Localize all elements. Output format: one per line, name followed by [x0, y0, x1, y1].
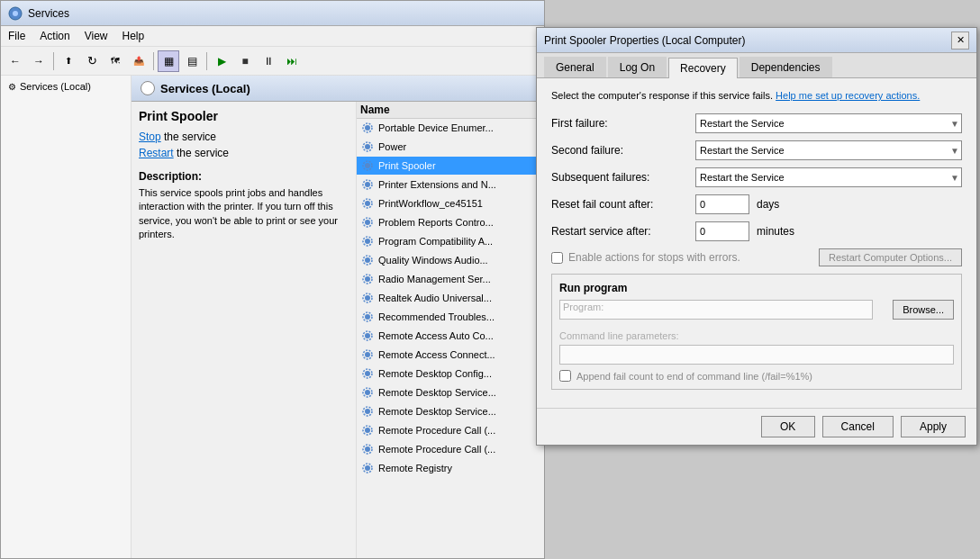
append-checkbox[interactable]: [559, 370, 571, 382]
reset-value-input[interactable]: [695, 194, 749, 214]
service-gear-icon: [360, 423, 375, 437]
first-failure-row: First failure: Restart the Service ▼: [551, 113, 962, 133]
program-field[interactable]: [559, 300, 873, 320]
dialog-title: Print Spooler Properties (Local Computer…: [544, 34, 951, 47]
toolbar-map[interactable]: 🗺: [104, 50, 126, 72]
dialog-close-button[interactable]: ✕: [951, 32, 969, 50]
run-program-group: Run program Program: Browse... Command l…: [551, 274, 962, 390]
toolbar-forward[interactable]: →: [28, 50, 50, 72]
list-item[interactable]: Program Compatibility A...: [357, 232, 544, 251]
browse-button[interactable]: Browse...: [893, 300, 954, 320]
svg-point-12: [365, 220, 370, 225]
toolbar-up[interactable]: ⬆: [58, 50, 79, 72]
service-gear-icon: [360, 121, 375, 135]
tab-recovery[interactable]: Recovery: [668, 58, 738, 78]
list-item[interactable]: PrintWorkflow_ce45151: [357, 194, 544, 213]
dialog-body: Select the computer's response if this s…: [537, 78, 976, 408]
restart-label: Restart service after:: [551, 225, 695, 238]
second-failure-dropdown[interactable]: Restart the Service ▼: [695, 140, 962, 160]
toolbar-sep-1: [53, 52, 54, 70]
stop-service-link[interactable]: Stop: [139, 131, 161, 143]
cmdline-field[interactable]: [559, 345, 954, 365]
name-column-header[interactable]: Name: [360, 104, 390, 116]
svg-point-2: [365, 125, 370, 131]
dialog-window: Print Spooler Properties (Local Computer…: [536, 27, 977, 446]
svg-point-24: [365, 333, 370, 338]
toolbar: ← → ⬆ ↻ 🗺 📤 ▦ ▤ ▶ ■ ⏸ ⏭: [1, 47, 544, 76]
info-text: Select the computer's response if this s…: [551, 89, 962, 103]
service-gear-icon: [360, 385, 375, 400]
service-gear-icon: [360, 234, 375, 248]
tab-general[interactable]: General: [544, 57, 606, 77]
right-panel-header: Services (Local): [132, 76, 544, 102]
toolbar-restart[interactable]: ⏭: [281, 50, 303, 72]
service-name-text: Recommended Troubles...: [378, 311, 495, 322]
first-failure-dropdown[interactable]: Restart the Service ▼: [695, 113, 962, 133]
ok-button[interactable]: OK: [761, 416, 815, 437]
list-item[interactable]: Radio Management Ser...: [357, 270, 544, 289]
service-name-text: Remote Procedure Call (...: [378, 444, 495, 455]
list-item[interactable]: Realtek Audio Universal...: [357, 289, 544, 308]
service-gear-icon: [360, 442, 375, 456]
service-detail: Print Spooler Stop the service Restart t…: [132, 102, 357, 558]
description-label: Description:: [139, 170, 349, 183]
list-item[interactable]: Remote Procedure Call (...: [357, 421, 544, 440]
list-item[interactable]: Recommended Troubles...: [357, 308, 544, 327]
stop-suffix: the service: [161, 131, 216, 143]
toolbar-back[interactable]: ←: [5, 50, 26, 72]
menu-help[interactable]: Help: [115, 28, 152, 44]
restart-computer-btn[interactable]: Restart Computer Options...: [819, 248, 962, 266]
left-panel-services[interactable]: ⚙ Services (Local): [5, 79, 127, 94]
toolbar-export[interactable]: 📤: [128, 50, 150, 72]
apply-button[interactable]: Apply: [901, 416, 966, 437]
cancel-button[interactable]: Cancel: [822, 416, 894, 437]
list-item[interactable]: Print Spooler: [357, 157, 544, 176]
toolbar-view1[interactable]: ▦: [158, 50, 179, 72]
list-item[interactable]: Remote Desktop Service...: [357, 383, 544, 402]
list-item[interactable]: Remote Desktop Config...: [357, 365, 544, 383]
service-gear-icon: [360, 329, 375, 343]
list-item[interactable]: Quality Windows Audio...: [357, 251, 544, 270]
list-item[interactable]: Remote Registry: [357, 459, 544, 478]
svg-point-4: [365, 144, 370, 149]
list-item[interactable]: Remote Desktop Service...: [357, 402, 544, 421]
tab-logon[interactable]: Log On: [608, 57, 667, 77]
menu-view[interactable]: View: [77, 28, 115, 44]
list-item[interactable]: Power: [357, 138, 544, 157]
svg-point-20: [365, 295, 370, 301]
subsequent-failures-row: Subsequent failures: Restart the Service…: [551, 167, 962, 187]
list-item[interactable]: Remote Procedure Call (...: [357, 440, 544, 459]
svg-point-14: [365, 239, 370, 244]
service-name-text: Radio Management Ser...: [378, 274, 491, 284]
menu-action[interactable]: Action: [32, 28, 77, 44]
help-link[interactable]: Help me set up recovery actions.: [776, 90, 920, 101]
menu-file[interactable]: File: [1, 28, 32, 44]
svg-point-16: [365, 257, 370, 263]
service-name-text: Print Spooler: [378, 160, 436, 171]
toolbar-stop[interactable]: ■: [234, 50, 256, 72]
svg-point-26: [365, 352, 370, 357]
toolbar-refresh[interactable]: ↻: [81, 50, 103, 72]
left-panel: ⚙ Services (Local): [1, 76, 132, 558]
subsequent-label: Subsequent failures:: [551, 171, 695, 184]
tab-dependencies[interactable]: Dependencies: [740, 57, 832, 77]
list-item[interactable]: Portable Device Enumer...: [357, 119, 544, 138]
toolbar-pause[interactable]: ⏸: [258, 50, 279, 72]
service-gear-icon: [360, 253, 375, 267]
restart-value-input[interactable]: [695, 221, 749, 241]
svg-point-28: [365, 371, 370, 376]
subsequent-dropdown[interactable]: Restart the Service ▼: [695, 167, 962, 187]
list-item[interactable]: Problem Reports Contro...: [357, 213, 544, 232]
restart-service-link[interactable]: Restart: [139, 147, 174, 159]
main-content: ⚙ Services (Local) Services (Local) Prin…: [1, 76, 544, 558]
list-item[interactable]: Remote Access Connect...: [357, 346, 544, 365]
service-name-text: Realtek Audio Universal...: [378, 293, 492, 303]
list-item[interactable]: Printer Extensions and N...: [357, 176, 544, 194]
service-name-text: Quality Windows Audio...: [378, 255, 488, 266]
toolbar-view2[interactable]: ▤: [181, 50, 203, 72]
list-item[interactable]: Remote Access Auto Co...: [357, 327, 544, 346]
append-label: Append fail count to end of command line…: [576, 371, 812, 382]
toolbar-play[interactable]: ▶: [211, 50, 232, 72]
svg-point-10: [365, 201, 370, 206]
enable-checkbox[interactable]: [551, 252, 563, 264]
